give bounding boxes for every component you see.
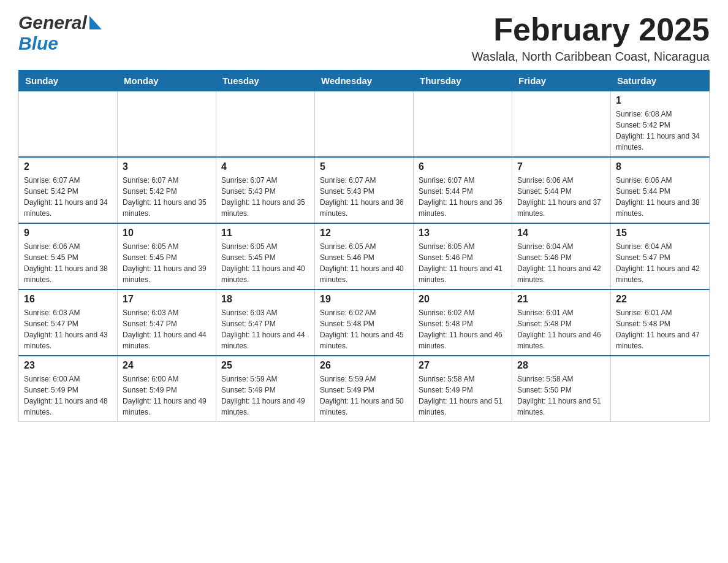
day-number: 11 [221,228,309,239]
calendar-day-cell: 12Sunrise: 6:05 AMSunset: 5:46 PMDayligh… [315,223,414,289]
calendar-day-cell: 2Sunrise: 6:07 AMSunset: 5:42 PMDaylight… [19,157,118,223]
day-number: 20 [419,294,507,305]
sunrise-text: Sunrise: 6:01 AM [616,307,704,318]
sunrise-text: Sunrise: 6:02 AM [419,307,507,318]
day-info: Sunrise: 6:04 AMSunset: 5:46 PMDaylight:… [517,241,605,285]
day-info: Sunrise: 6:06 AMSunset: 5:44 PMDaylight:… [616,175,704,219]
daylight-text: Daylight: 11 hours and 51 minutes. [419,396,507,418]
calendar-day-cell: 21Sunrise: 6:01 AMSunset: 5:48 PMDayligh… [512,289,611,356]
day-info: Sunrise: 6:04 AMSunset: 5:47 PMDaylight:… [616,241,704,285]
calendar-day-cell: 10Sunrise: 6:05 AMSunset: 5:45 PMDayligh… [118,223,216,289]
title-area: February 2025 Waslala, North Caribbean C… [472,12,710,64]
sunrise-text: Sunrise: 6:03 AM [221,307,309,318]
col-sunday: Sunday [19,71,118,91]
calendar-day-cell [118,91,216,158]
sunrise-text: Sunrise: 6:05 AM [419,241,507,252]
daylight-text: Daylight: 11 hours and 42 minutes. [616,263,704,285]
sunrise-text: Sunrise: 5:58 AM [517,373,605,385]
calendar-day-cell: 8Sunrise: 6:06 AMSunset: 5:44 PMDaylight… [611,157,710,223]
daylight-text: Daylight: 11 hours and 50 minutes. [320,396,408,418]
day-number: 22 [616,294,704,305]
day-info: Sunrise: 6:06 AMSunset: 5:44 PMDaylight:… [517,175,605,219]
calendar-day-cell: 16Sunrise: 6:03 AMSunset: 5:47 PMDayligh… [19,289,118,356]
day-number: 12 [320,228,408,239]
sunset-text: Sunset: 5:48 PM [419,318,507,329]
calendar-day-cell: 28Sunrise: 5:58 AMSunset: 5:50 PMDayligh… [512,356,611,422]
day-info: Sunrise: 5:58 AMSunset: 5:49 PMDaylight:… [419,373,507,418]
day-number: 1 [616,95,704,106]
day-info: Sunrise: 6:00 AMSunset: 5:49 PMDaylight:… [123,373,211,418]
day-number: 28 [517,360,605,371]
sunrise-text: Sunrise: 6:04 AM [616,241,704,252]
logo-blue-text: Blue [18,33,58,53]
calendar-day-cell [315,91,414,158]
col-friday: Friday [512,71,611,91]
day-number: 25 [221,360,309,371]
day-number: 13 [419,228,507,239]
sunrise-text: Sunrise: 6:06 AM [616,175,704,186]
calendar-week-row: 1Sunrise: 6:08 AMSunset: 5:42 PMDaylight… [19,91,710,158]
day-info: Sunrise: 6:02 AMSunset: 5:48 PMDaylight:… [419,307,507,351]
calendar-day-cell [19,91,118,158]
day-number: 10 [123,228,211,239]
sunset-text: Sunset: 5:43 PM [320,186,408,197]
sunset-text: Sunset: 5:49 PM [320,385,408,396]
sunrise-text: Sunrise: 6:03 AM [24,307,112,318]
sunrise-text: Sunrise: 6:05 AM [221,241,309,252]
calendar-day-cell: 25Sunrise: 5:59 AMSunset: 5:49 PMDayligh… [216,356,315,422]
sunrise-text: Sunrise: 6:00 AM [123,373,211,385]
day-info: Sunrise: 5:59 AMSunset: 5:49 PMDaylight:… [221,373,309,418]
day-number: 14 [517,228,605,239]
sunset-text: Sunset: 5:46 PM [320,252,408,263]
daylight-text: Daylight: 11 hours and 34 minutes. [616,131,704,153]
calendar-day-cell [216,91,315,158]
sunset-text: Sunset: 5:48 PM [616,318,704,329]
day-number: 5 [320,161,408,172]
sunset-text: Sunset: 5:42 PM [123,186,211,197]
daylight-text: Daylight: 11 hours and 47 minutes. [616,329,704,351]
sunrise-text: Sunrise: 5:59 AM [320,373,408,385]
day-info: Sunrise: 6:07 AMSunset: 5:42 PMDaylight:… [123,175,211,219]
sunrise-text: Sunrise: 6:08 AM [616,109,704,120]
daylight-text: Daylight: 11 hours and 42 minutes. [517,263,605,285]
sunset-text: Sunset: 5:47 PM [24,318,112,329]
day-info: Sunrise: 5:58 AMSunset: 5:50 PMDaylight:… [517,373,605,418]
day-info: Sunrise: 6:05 AMSunset: 5:45 PMDaylight:… [221,241,309,285]
sunrise-text: Sunrise: 5:59 AM [221,373,309,385]
logo-arrow-icon [88,16,102,29]
calendar-day-cell: 18Sunrise: 6:03 AMSunset: 5:47 PMDayligh… [216,289,315,356]
day-number: 6 [419,161,507,172]
sunset-text: Sunset: 5:47 PM [616,252,704,263]
svg-marker-0 [89,16,102,29]
sunset-text: Sunset: 5:43 PM [221,186,309,197]
calendar-day-cell: 24Sunrise: 6:00 AMSunset: 5:49 PMDayligh… [118,356,216,422]
calendar-day-cell: 26Sunrise: 5:59 AMSunset: 5:49 PMDayligh… [315,356,414,422]
sunrise-text: Sunrise: 6:06 AM [517,175,605,186]
daylight-text: Daylight: 11 hours and 49 minutes. [221,396,309,418]
calendar-day-cell [611,356,710,422]
calendar-day-cell: 4Sunrise: 6:07 AMSunset: 5:43 PMDaylight… [216,157,315,223]
day-info: Sunrise: 6:01 AMSunset: 5:48 PMDaylight:… [517,307,605,351]
calendar-week-row: 23Sunrise: 6:00 AMSunset: 5:49 PMDayligh… [19,356,710,422]
day-number: 15 [616,228,704,239]
day-number: 4 [221,161,309,172]
calendar-day-cell: 27Sunrise: 5:58 AMSunset: 5:49 PMDayligh… [414,356,512,422]
daylight-text: Daylight: 11 hours and 45 minutes. [320,329,408,351]
sunset-text: Sunset: 5:45 PM [221,252,309,263]
day-info: Sunrise: 6:00 AMSunset: 5:49 PMDaylight:… [24,373,112,418]
daylight-text: Daylight: 11 hours and 38 minutes. [616,197,704,219]
daylight-text: Daylight: 11 hours and 44 minutes. [221,329,309,351]
day-info: Sunrise: 6:05 AMSunset: 5:46 PMDaylight:… [419,241,507,285]
calendar-day-cell: 11Sunrise: 6:05 AMSunset: 5:45 PMDayligh… [216,223,315,289]
col-tuesday: Tuesday [216,71,315,91]
sunrise-text: Sunrise: 6:04 AM [517,241,605,252]
day-info: Sunrise: 6:08 AMSunset: 5:42 PMDaylight:… [616,109,704,153]
calendar-day-cell: 1Sunrise: 6:08 AMSunset: 5:42 PMDaylight… [611,91,710,158]
calendar-day-cell: 5Sunrise: 6:07 AMSunset: 5:43 PMDaylight… [315,157,414,223]
daylight-text: Daylight: 11 hours and 34 minutes. [24,197,112,219]
calendar-day-cell: 3Sunrise: 6:07 AMSunset: 5:42 PMDaylight… [118,157,216,223]
day-number: 21 [517,294,605,305]
sunset-text: Sunset: 5:45 PM [24,252,112,263]
daylight-text: Daylight: 11 hours and 49 minutes. [123,396,211,418]
day-number: 7 [517,161,605,172]
